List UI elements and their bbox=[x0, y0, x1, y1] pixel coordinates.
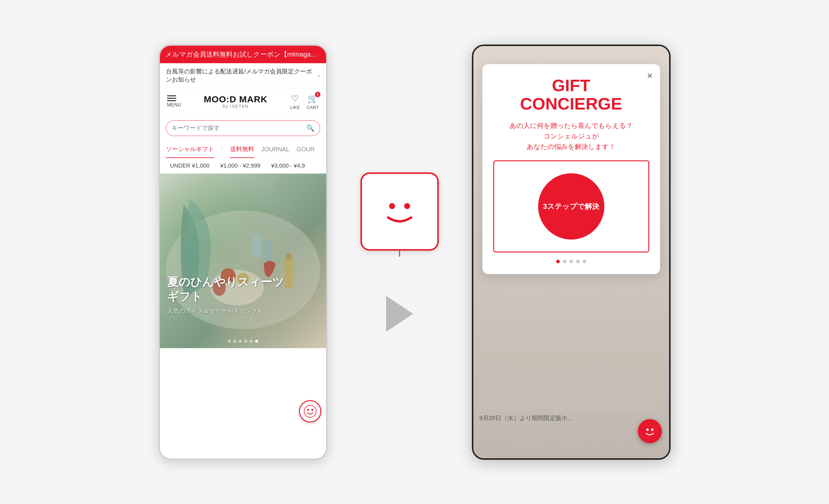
cat-tab-free-shipping[interactable]: 送料無料 bbox=[230, 141, 254, 158]
svg-point-16 bbox=[643, 424, 657, 438]
cat-tab-journal[interactable]: JOURNAL bbox=[261, 142, 289, 157]
svg-point-18 bbox=[651, 428, 653, 431]
nav-bar: MENU MOO:D MARK by ISETAN ♡ LIKE 🛒 0 CAR… bbox=[160, 88, 326, 116]
svg-rect-2 bbox=[264, 240, 272, 261]
price-tabs: UNDER ¥1,000 ¥1,000 - ¥2,999 ¥3,000 - ¥4… bbox=[160, 158, 326, 173]
cart-label: CART bbox=[307, 105, 319, 110]
hero-dot-3[interactable] bbox=[239, 340, 242, 343]
three-steps-button[interactable]: 3ステップで解決 bbox=[538, 173, 604, 239]
gift-concierge-modal: × GIFT CONCIERGE あの人に何を贈ったら喜んでもらえる？ コンシェ… bbox=[482, 64, 660, 274]
zoom-bubble bbox=[360, 172, 439, 250]
logo-main: MOO:D MARK bbox=[204, 95, 268, 104]
search-input[interactable] bbox=[172, 124, 303, 131]
svg-point-9 bbox=[304, 405, 316, 417]
like-button[interactable]: ♡ LIKE bbox=[290, 93, 300, 110]
svg-point-11 bbox=[311, 409, 313, 411]
modal-dot-3[interactable] bbox=[569, 260, 573, 263]
svg-point-10 bbox=[307, 409, 309, 411]
concierge-button-left[interactable] bbox=[299, 400, 321, 422]
cart-button[interactable]: 🛒 0 CART bbox=[307, 93, 319, 110]
category-tabs: ソーシャルギフト / 送料無料 JOURNAL GOUR bbox=[160, 141, 326, 158]
hero-dot-4[interactable] bbox=[244, 340, 247, 343]
modal-subtitle-3: あなたの悩みを解決します！ bbox=[493, 142, 649, 152]
main-scene: メルマガ会員送料無料お試しクーポン【mlmaga】1配送限り / 送料一… 台風… bbox=[0, 0, 829, 504]
hero-dots bbox=[160, 340, 326, 343]
modal-dot-2[interactable] bbox=[563, 260, 567, 263]
concierge-fab-button[interactable] bbox=[638, 419, 662, 443]
right-phone: 9月20日（水）より期間限定版ホ… × GIFT CONCIERGE あの人に何… bbox=[472, 44, 671, 460]
connector-area bbox=[351, 192, 448, 312]
menu-button[interactable]: MENU bbox=[167, 95, 181, 108]
alert-text: 台風等の影響による配送遅延/メルマガ会員限定クーポンお知らせ bbox=[166, 67, 318, 84]
search-bar[interactable]: 🔍 bbox=[166, 120, 320, 136]
smiley-icon-zoom bbox=[375, 188, 424, 236]
modal-close-button[interactable]: × bbox=[647, 70, 653, 81]
price-tab-under-1000[interactable]: UNDER ¥1,000 bbox=[165, 158, 215, 173]
hero-subtitle: 人気のアイス＆ゼリーやドリンクも… bbox=[167, 307, 284, 315]
svg-rect-7 bbox=[285, 258, 293, 288]
smiley-icon-fab bbox=[642, 424, 657, 439]
modal-dot-1[interactable] bbox=[556, 260, 560, 263]
alert-row[interactable]: 台風等の影響による配送遅延/メルマガ会員限定クーポンお知らせ › bbox=[160, 63, 326, 88]
hero-decoration bbox=[160, 173, 326, 348]
svg-rect-1 bbox=[252, 234, 261, 258]
cart-badge: 0 bbox=[315, 92, 320, 97]
chevron-icon: › bbox=[318, 72, 320, 79]
hero-image: 夏のひんやりスィーツギフト 人気のアイス＆ゼリーやドリンクも… bbox=[160, 173, 326, 348]
like-label: LIKE bbox=[290, 105, 300, 110]
modal-dot-5[interactable] bbox=[583, 260, 586, 263]
heart-icon: ♡ bbox=[291, 93, 299, 104]
hero-dot-5[interactable] bbox=[250, 340, 253, 343]
menu-label: MENU bbox=[167, 102, 181, 108]
hero-dot-6[interactable] bbox=[255, 340, 258, 343]
svg-point-12 bbox=[376, 188, 423, 235]
nav-icons: ♡ LIKE 🛒 0 CART bbox=[290, 93, 319, 110]
smiley-icon-left bbox=[303, 405, 317, 418]
modal-content-box: 3ステップで解決 bbox=[493, 160, 649, 253]
modal-subtitle: あの人に何を贈ったら喜んでもらえる？ コンシェルジュが あなたの悩みを解決します… bbox=[493, 120, 649, 152]
notif-banner[interactable]: メルマガ会員送料無料お試しクーポン【mlmaga】1配送限り / 送料一… bbox=[160, 46, 326, 63]
modal-dots bbox=[493, 260, 649, 263]
arrow-container bbox=[386, 296, 413, 332]
right-arrow bbox=[386, 296, 413, 332]
svg-point-13 bbox=[389, 203, 395, 209]
left-phone: メルマガ会員送料無料お試しクーポン【mlmaga】1配送限り / 送料一… 台風… bbox=[159, 44, 327, 460]
price-tab-3000-4999[interactable]: ¥3,000 - ¥4,9 bbox=[266, 158, 311, 173]
right-phone-inner: 9月20日（水）より期間限定版ホ… × GIFT CONCIERGE あの人に何… bbox=[473, 46, 669, 458]
modal-title: GIFT CONCIERGE bbox=[493, 76, 649, 113]
hero-dot-1[interactable] bbox=[228, 340, 231, 343]
cat-tab-social-gift[interactable]: ソーシャルギフト bbox=[166, 141, 214, 158]
modal-subtitle-2: コンシェルジュが bbox=[493, 131, 649, 142]
modal-subtitle-1: あの人に何を贈ったら喜んでもらえる？ bbox=[493, 120, 649, 131]
cat-tab-gour[interactable]: GOUR bbox=[297, 142, 315, 157]
svg-rect-8 bbox=[286, 254, 291, 259]
search-icon: 🔍 bbox=[306, 124, 314, 132]
hero-dot-2[interactable] bbox=[233, 340, 237, 343]
svg-point-14 bbox=[404, 203, 410, 209]
hero-title: 夏のひんやりスィーツギフト bbox=[167, 275, 284, 305]
modal-dot-4[interactable] bbox=[576, 260, 580, 263]
logo: MOO:D MARK by ISETAN bbox=[204, 95, 268, 109]
logo-sub: by ISETAN bbox=[204, 104, 268, 109]
bg-date-text: 9月20日（水）より期間限定版ホ… bbox=[479, 414, 574, 422]
hero-text: 夏のひんやりスィーツギフト 人気のアイス＆ゼリーやドリンクも… bbox=[167, 275, 284, 315]
price-tab-1000-2999[interactable]: ¥1,000 - ¥2,999 bbox=[215, 158, 265, 173]
svg-point-17 bbox=[646, 428, 649, 431]
